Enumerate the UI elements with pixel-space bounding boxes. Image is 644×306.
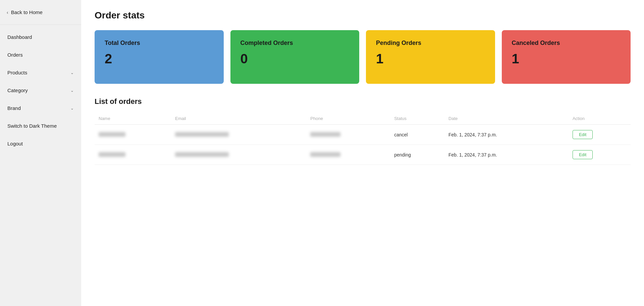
sidebar-dashboard-label: Dashboard bbox=[7, 34, 74, 40]
edit-button-row2[interactable]: Edit bbox=[573, 150, 593, 159]
row1-date: Feb. 1, 2024, 7:37 p.m. bbox=[444, 125, 569, 145]
stat-canceled-label: Canceled Orders bbox=[512, 40, 621, 47]
page-title: Order stats bbox=[95, 10, 631, 21]
blurred-name bbox=[99, 152, 125, 157]
row1-phone bbox=[306, 125, 390, 145]
col-date: Date bbox=[444, 113, 569, 125]
chevron-down-icon: ⌄ bbox=[70, 88, 74, 93]
row2-phone bbox=[306, 145, 390, 165]
back-to-home-label: Back to Home bbox=[11, 9, 43, 15]
sidebar-brand-label: Brand bbox=[7, 105, 70, 111]
sidebar-item-logout[interactable]: Logout bbox=[0, 135, 81, 152]
col-name: Name bbox=[95, 113, 171, 125]
col-phone: Phone bbox=[306, 113, 390, 125]
col-action: Action bbox=[569, 113, 631, 125]
blurred-phone bbox=[310, 132, 340, 137]
row2-email bbox=[171, 145, 306, 165]
stat-completed-value: 0 bbox=[240, 51, 350, 66]
row1-status: cancel bbox=[390, 125, 444, 145]
sidebar-item-orders[interactable]: Orders bbox=[0, 46, 81, 64]
sidebar-switch-theme-label: Switch to Dark Theme bbox=[7, 123, 74, 129]
stat-completed-label: Completed Orders bbox=[240, 40, 350, 47]
sidebar: ‹ Back to Home Dashboard Orders Products… bbox=[0, 0, 81, 306]
col-email: Email bbox=[171, 113, 306, 125]
sidebar-item-category[interactable]: Category ⌄ bbox=[0, 81, 81, 99]
row1-action: Edit bbox=[569, 125, 631, 145]
orders-list-title: List of orders bbox=[95, 97, 631, 106]
blurred-name bbox=[99, 132, 125, 137]
sidebar-orders-label: Orders bbox=[7, 52, 74, 58]
col-status: Status bbox=[390, 113, 444, 125]
sidebar-category-label: Category bbox=[7, 87, 70, 93]
chevron-down-icon: ⌄ bbox=[70, 106, 74, 111]
orders-table: Name Email Phone Status Date Action bbox=[95, 113, 631, 165]
row1-email bbox=[171, 125, 306, 145]
row2-action: Edit bbox=[569, 145, 631, 165]
stat-pending-value: 1 bbox=[376, 51, 485, 66]
chevron-left-icon: ‹ bbox=[7, 10, 8, 15]
stat-total-label: Total Orders bbox=[105, 40, 214, 47]
sidebar-nav: Dashboard Orders Products ⌄ Category ⌄ B… bbox=[0, 25, 81, 156]
blurred-email bbox=[175, 132, 229, 137]
stat-pending-label: Pending Orders bbox=[376, 40, 485, 47]
row2-date: Feb. 1, 2024, 7:37 p.m. bbox=[444, 145, 569, 165]
blurred-phone bbox=[310, 152, 340, 157]
sidebar-item-switch-theme[interactable]: Switch to Dark Theme bbox=[0, 117, 81, 135]
sidebar-products-label: Products bbox=[7, 70, 70, 75]
stat-card-pending: Pending Orders 1 bbox=[366, 30, 495, 84]
table-row: cancel Feb. 1, 2024, 7:37 p.m. Edit bbox=[95, 125, 631, 145]
sidebar-item-products[interactable]: Products ⌄ bbox=[0, 64, 81, 81]
row2-name bbox=[95, 145, 171, 165]
chevron-down-icon: ⌄ bbox=[70, 70, 74, 75]
stat-canceled-value: 1 bbox=[512, 51, 621, 66]
back-to-home-button[interactable]: ‹ Back to Home bbox=[0, 0, 81, 25]
stat-card-total: Total Orders 2 bbox=[95, 30, 224, 84]
row1-name bbox=[95, 125, 171, 145]
edit-button-row1[interactable]: Edit bbox=[573, 130, 593, 139]
stat-total-value: 2 bbox=[105, 51, 214, 66]
stats-grid: Total Orders 2 Completed Orders 0 Pendin… bbox=[95, 30, 631, 84]
sidebar-item-brand[interactable]: Brand ⌄ bbox=[0, 99, 81, 117]
sidebar-logout-label: Logout bbox=[7, 141, 74, 146]
stat-card-completed: Completed Orders 0 bbox=[230, 30, 360, 84]
main-content: Order stats Total Orders 2 Completed Ord… bbox=[81, 0, 644, 306]
table-row: pending Feb. 1, 2024, 7:37 p.m. Edit bbox=[95, 145, 631, 165]
row2-status: pending bbox=[390, 145, 444, 165]
blurred-email bbox=[175, 152, 229, 157]
sidebar-item-dashboard[interactable]: Dashboard bbox=[0, 28, 81, 46]
stat-card-canceled: Canceled Orders 1 bbox=[502, 30, 631, 84]
